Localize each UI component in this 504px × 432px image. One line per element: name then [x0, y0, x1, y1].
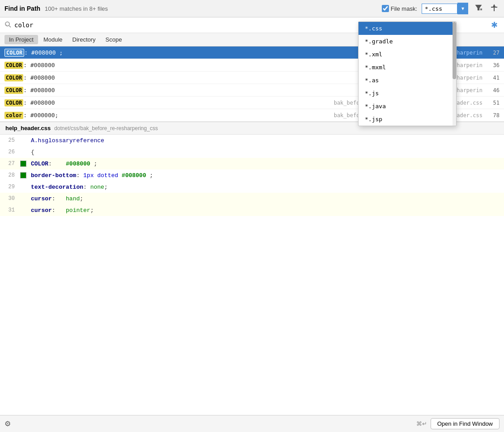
file-mask-checkbox-wrapper: File mask: — [382, 5, 417, 12]
shortcut-hint: ⌘↵ — [416, 420, 427, 427]
code-token: A.hsglossaryreference — [31, 137, 104, 144]
preview-filename: help_header.css — [5, 125, 51, 131]
tab-directory[interactable]: Directory — [68, 35, 100, 44]
code-line: 28border-bottom: 1px dotted #008000 ; — [0, 169, 504, 181]
keyword-badge: COLOR — [4, 62, 23, 69]
result-text: : #008000 — [23, 62, 401, 68]
code-line: 25A.hsglossaryreference — [0, 135, 504, 146]
dropdown-item[interactable]: *.as — [359, 74, 456, 87]
code-token: #008000 — [66, 161, 90, 167]
code-token: ; — [104, 184, 108, 191]
svg-text:↓: ↓ — [6, 23, 8, 26]
color-swatch — [20, 172, 26, 178]
code-token: text-decoration — [31, 184, 83, 191]
code-token: : — [48, 161, 66, 167]
file-mask-label: File mask: — [391, 5, 417, 12]
file-mask-dropdown: *.css*.gradle*.xml*.mxml*.as*.js*.java*.… — [358, 21, 457, 126]
code-line-number: 25 — [0, 137, 20, 144]
code-token: ; — [90, 161, 98, 167]
code-line-number: 31 — [0, 207, 20, 213]
result-text: : #008000 ; — [24, 49, 401, 56]
filter-button[interactable] — [473, 3, 484, 14]
dropdown-item[interactable]: *.gradle — [359, 35, 456, 48]
result-line-num: 36 — [486, 62, 500, 68]
regex-star-button[interactable]: ✱ — [489, 20, 500, 30]
code-token: { — [31, 149, 34, 156]
code-lines: 25A.hsglossaryreference26{27COLOR: #0080… — [0, 135, 504, 415]
result-text: : #008000 — [23, 74, 401, 81]
code-line: 31cursor: pointer; — [0, 204, 504, 216]
code-token: none — [90, 184, 104, 191]
code-token: 1px dotted — [83, 172, 118, 179]
open-find-window-button[interactable]: Open in Find Window — [431, 418, 500, 429]
dropdown-item[interactable]: *.java — [359, 100, 456, 113]
code-token: COLOR — [31, 161, 48, 167]
dropdown-scrollbar[interactable] — [453, 22, 456, 126]
keyword-badge: COLOR — [4, 49, 24, 57]
svg-marker-0 — [475, 5, 482, 10]
dropdown-item[interactable]: *.js — [359, 87, 456, 100]
code-line: 29text-decoration: none; — [0, 181, 504, 193]
code-line: 30cursor: hand; — [0, 193, 504, 204]
panel-title: Find in Path — [4, 5, 40, 12]
dropdown-scrollbar-thumb[interactable] — [453, 22, 456, 79]
code-token: cursor — [31, 207, 52, 214]
code-content: border-bottom: 1px dotted #008000 ; — [29, 172, 504, 179]
code-line-number: 27 — [0, 161, 20, 167]
match-count: 100+ matches in 8+ files — [45, 5, 108, 12]
keyword-badge: COLOR — [4, 74, 23, 81]
main-panel: Find in Path 100+ matches in 8+ files Fi… — [0, 0, 504, 432]
settings-button[interactable]: ⚙ — [4, 419, 11, 428]
tab-in-project[interactable]: In Project — [4, 35, 38, 44]
code-line-number: 30 — [0, 195, 20, 202]
dropdown-item[interactable]: *.xml — [359, 48, 456, 61]
code-line-number: 28 — [0, 172, 20, 178]
code-token: hand — [66, 195, 80, 202]
result-line-num: 27 — [486, 50, 500, 56]
dropdown-item[interactable]: *.jsp — [359, 113, 456, 126]
code-token: : — [76, 172, 83, 179]
dropdown-item[interactable]: *.mxml — [359, 61, 456, 74]
code-content: cursor: hand; — [29, 195, 504, 202]
result-line-num: 51 — [486, 100, 500, 106]
code-line: 26{ — [0, 146, 504, 158]
file-mask-input[interactable] — [422, 4, 457, 14]
code-content: text-decoration: none; — [29, 184, 504, 191]
footer: ⚙ ⌘↵ Open in Find Window — [0, 415, 504, 432]
code-line-number: 29 — [0, 184, 20, 190]
pin-button[interactable] — [489, 3, 500, 14]
result-line-num: 41 — [486, 75, 500, 81]
code-token: border-bottom — [31, 172, 76, 179]
tab-module[interactable]: Module — [39, 35, 67, 44]
tab-scope[interactable]: Scope — [101, 35, 127, 44]
code-content: A.hsglossaryreference — [29, 137, 504, 144]
keyword-badge: color — [4, 112, 23, 119]
code-token: : — [83, 184, 90, 191]
code-token: : — [52, 207, 66, 214]
file-mask-checkbox[interactable] — [382, 5, 389, 12]
code-token: cursor — [31, 195, 52, 202]
keyword-badge: COLOR — [4, 87, 23, 94]
pin-icon — [491, 4, 498, 12]
code-content: { — [29, 149, 504, 156]
result-text: : #008000 — [23, 99, 334, 106]
result-text: : #008000 — [23, 87, 401, 93]
file-mask-input-group: ▾ — [422, 3, 468, 14]
filter-icon — [474, 4, 483, 12]
code-line-number: 26 — [0, 149, 20, 155]
svg-line-4 — [9, 25, 11, 27]
code-line: 27COLOR: #008000 ; — [0, 158, 504, 169]
file-mask-dropdown-btn[interactable]: ▾ — [457, 3, 468, 14]
code-token: #008000 — [122, 172, 146, 179]
result-text: : #000000; — [23, 112, 334, 119]
code-token: pointer — [66, 207, 90, 214]
keyword-badge: COLOR — [4, 99, 23, 106]
code-token: ; — [146, 172, 153, 179]
code-token: ; — [90, 207, 94, 214]
result-line-num: 46 — [486, 87, 500, 93]
color-swatch — [20, 161, 26, 167]
header-bar: Find in Path 100+ matches in 8+ files Fi… — [0, 0, 504, 17]
code-content: cursor: pointer; — [29, 207, 504, 214]
dropdown-item[interactable]: *.css — [359, 22, 456, 35]
result-line-num: 78 — [486, 112, 500, 119]
